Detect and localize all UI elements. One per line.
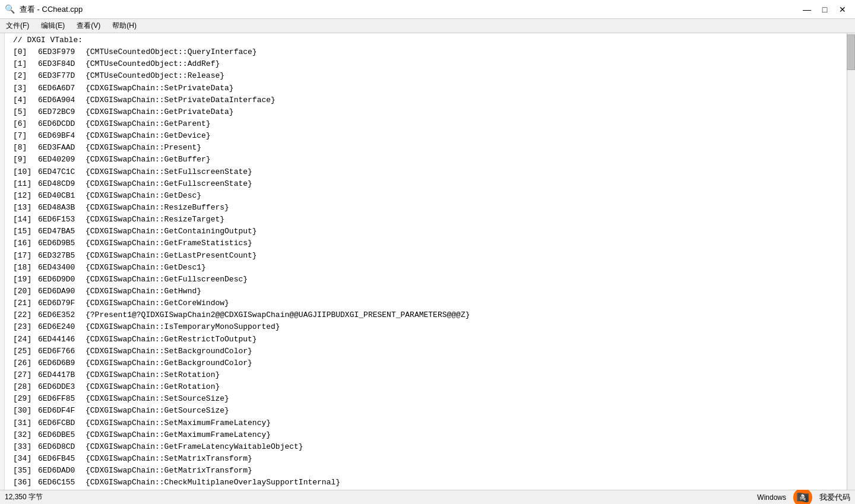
table-row[interactable]: [7]6ED69BF4{CDXGISwapChain::GetDevice} [8, 130, 855, 142]
row-func: {CDXGISwapChain::GetFullscreenState} [86, 178, 252, 190]
table-row[interactable]: [15]6ED47BA5{CDXGISwapChain::GetContaini… [8, 226, 855, 237]
table-row[interactable]: [32]6ED6DBE5{CDXGISwapChain::GetMaximumF… [8, 429, 855, 441]
table-row[interactable]: [31]6ED6FCBD{CDXGISwapChain::SetMaximumF… [8, 417, 855, 429]
table-row[interactable]: [29]6ED6FF85{CDXGISwapChain::SetSourceSi… [8, 393, 855, 405]
row-index: [14] [13, 214, 38, 226]
row-index: [0] [13, 46, 38, 58]
row-index: [18] [13, 262, 38, 274]
row-index: [8] [13, 142, 38, 154]
table-row[interactable]: [23]6ED6E240{CDXGISwapChain::IsTemporary… [8, 321, 855, 333]
byte-count: 12,350 字节 [5, 492, 43, 502]
table-row[interactable]: [36]6ED6C155{CDXGISwapChain::CheckMultip… [8, 477, 855, 489]
row-addr: 6ED3F979 [38, 46, 86, 58]
row-func: {CDXGISwapChain::GetBackgroundColor} [86, 357, 252, 369]
row-func: {CDXGISwapChain::GetPrivateData} [86, 106, 234, 118]
menu-help[interactable]: 帮助(H) [106, 19, 142, 33]
scrollbar-track[interactable] [847, 33, 855, 490]
table-row[interactable]: [27]6ED4417B{CDXGISwapChain::SetRotation… [8, 369, 855, 381]
table-row[interactable]: [4]6ED6A904{CDXGISwapChain::SetPrivateDa… [8, 94, 855, 106]
row-func: {CDXGISwapChain::SetPrivateDataInterface… [86, 94, 276, 106]
table-row[interactable]: [8]6ED3FAAD{CDXGISwapChain::Present} [8, 142, 855, 154]
row-addr: 6ED3F84D [38, 58, 86, 70]
minimize-button[interactable]: — [799, 2, 815, 17]
table-row[interactable]: [35]6ED6DAD0{CDXGISwapChain::GetMatrixTr… [8, 465, 855, 477]
table-row[interactable]: [18]6ED43400{CDXGISwapChain::GetDesc1} [8, 262, 855, 274]
row-index: [4] [13, 94, 38, 106]
row-addr: 6ED6A904 [38, 94, 86, 106]
app-icon: 🔍 [5, 4, 15, 14]
table-row[interactable]: [33]6ED6D8CD{CDXGISwapChain::GetFrameLat… [8, 441, 855, 453]
table-row[interactable]: [28]6ED6DDE3{CDXGISwapChain::GetRotation… [8, 381, 855, 393]
menu-edit[interactable]: 编辑(E) [35, 19, 71, 33]
table-row[interactable]: [24]6ED44146{CDXGISwapChain::GetRestrict… [8, 334, 855, 345]
table-row[interactable]: [19]6ED6D9D0{CDXGISwapChain::GetFullscre… [8, 274, 855, 286]
row-addr: 6ED6FF85 [38, 393, 86, 405]
row-func: {CDXGISwapChain::GetBuffer} [86, 154, 211, 166]
table-row[interactable]: [14]6ED6F153{CDXGISwapChain::ResizeTarge… [8, 214, 855, 226]
table-row[interactable]: [21]6ED6D79F{CDXGISwapChain::GetCoreWind… [8, 297, 855, 309]
row-func: {CDXGISwapChain::GetFrameStatistics} [86, 237, 252, 249]
row-index: [26] [13, 357, 38, 369]
scrollbar-thumb[interactable] [847, 34, 855, 70]
row-func: {CDXGISwapChain::GetSourceSize} [86, 405, 229, 417]
maximize-button[interactable]: □ [817, 2, 832, 17]
table-row[interactable]: [34]6ED6FB45{CDXGISwapChain::SetMatrixTr… [8, 453, 855, 465]
row-addr: 6ED6D9B5 [38, 237, 86, 249]
left-gutter [0, 33, 5, 490]
content-area[interactable]: // DXGI VTable: [0]6ED3F979{CMTUseCounte… [0, 33, 855, 490]
row-index: [17] [13, 250, 38, 262]
row-func: {CDXGISwapChain::SetSourceSize} [86, 393, 229, 405]
table-row[interactable]: [2]6ED3F77D{CMTUseCountedObject::Release… [8, 70, 855, 82]
row-index: [12] [13, 190, 38, 202]
title-bar: 🔍 查看 - CCheat.cpp — □ ✕ [0, 0, 855, 19]
table-row[interactable]: [13]6ED48A3B{CDXGISwapChain::ResizeBuffe… [8, 202, 855, 214]
table-row[interactable]: [30]6ED6DF4F{CDXGISwapChain::GetSourceSi… [8, 405, 855, 417]
table-row[interactable]: [9]6ED40209{CDXGISwapChain::GetBuffer} [8, 154, 855, 166]
row-index: [35] [13, 465, 38, 477]
table-row[interactable]: [26]6ED6D6B9{CDXGISwapChain::GetBackgrou… [8, 357, 855, 369]
row-addr: 6ED6D6B9 [38, 357, 86, 369]
close-button[interactable]: ✕ [835, 2, 850, 17]
menu-view[interactable]: 查看(V) [71, 19, 106, 33]
row-func: {CDXGISwapChain::GetDesc1} [86, 262, 206, 274]
table-row[interactable]: [5]6ED72BC9{CDXGISwapChain::GetPrivateDa… [8, 106, 855, 118]
row-func: {CDXGISwapChain::GetFrameLatencyWaitable… [86, 441, 303, 453]
row-index: [22] [13, 309, 38, 321]
table-row[interactable]: [3]6ED6A6D7{CDXGISwapChain::SetPrivateDa… [8, 83, 855, 94]
row-index: [1] [13, 58, 38, 70]
table-row[interactable]: [0]6ED3F979{CMTUseCountedObject::QueryIn… [8, 46, 855, 58]
row-addr: 6ED6DA90 [38, 286, 86, 297]
table-row[interactable]: [20]6ED6DA90{CDXGISwapChain::GetHwnd} [8, 286, 855, 297]
row-index: [25] [13, 345, 38, 357]
table-row[interactable]: [11]6ED48CD9{CDXGISwapChain::GetFullscre… [8, 178, 855, 190]
row-func: {CDXGISwapChain::ResizeTarget} [86, 214, 224, 226]
table-row[interactable]: [12]6ED40CB1{CDXGISwapChain::GetDesc} [8, 190, 855, 202]
status-right: Windows 🏴‍☠️ 我爱代码 [757, 488, 850, 505]
menu-file[interactable]: 文件(F) [0, 19, 35, 33]
row-index: [24] [13, 334, 38, 345]
header-comment: // DXGI VTable: [13, 34, 83, 46]
row-addr: 6ED6A6D7 [38, 83, 86, 94]
row-index: [7] [13, 130, 38, 142]
row-index: [6] [13, 118, 38, 130]
table-row[interactable]: [22]6ED6E352{?Present1@?QIDXGISwapChain2… [8, 309, 855, 321]
row-addr: 6ED6D79F [38, 297, 86, 309]
windows-label: Windows [757, 493, 786, 502]
row-addr: 6ED40209 [38, 154, 86, 166]
table-row[interactable]: [25]6ED6F766{CDXGISwapChain::SetBackgrou… [8, 345, 855, 357]
table-row[interactable]: [16]6ED6D9B5{CDXGISwapChain::GetFrameSta… [8, 237, 855, 249]
row-func: {CDXGISwapChain::SetRotation} [86, 369, 220, 381]
row-index: [13] [13, 202, 38, 214]
table-row[interactable]: [6]6ED6DCDD{CDXGISwapChain::GetParent} [8, 118, 855, 130]
row-addr: 6ED6DCDD [38, 118, 86, 130]
row-func: {CDXGISwapChain::GetMatrixTransform} [86, 465, 252, 477]
table-row[interactable]: [1]6ED3F84D{CMTUseCountedObject::AddRef} [8, 58, 855, 70]
table-row[interactable]: [17]6ED327B5{CDXGISwapChain::GetLastPres… [8, 250, 855, 262]
row-func: {CDXGISwapChain::SetMaximumFrameLatency} [86, 417, 271, 429]
row-addr: 6ED6D8CD [38, 441, 86, 453]
table-row[interactable]: [10]6ED47C1C{CDXGISwapChain::SetFullscre… [8, 166, 855, 178]
avatar-emoji: 🏴‍☠️ [796, 491, 809, 504]
row-index: [2] [13, 70, 38, 82]
row-func: {CDXGISwapChain::GetMaximumFrameLatency} [86, 429, 271, 441]
row-index: [9] [13, 154, 38, 166]
